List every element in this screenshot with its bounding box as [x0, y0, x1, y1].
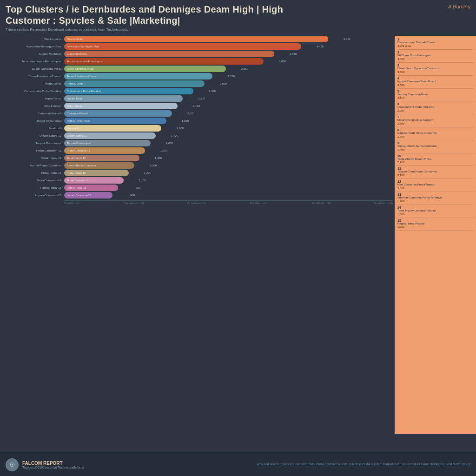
x-axis-label: 3k sales/month — [250, 202, 268, 205]
bar-row: Terr-consommons-Morta-ImpostTerr-consomm… — [4, 58, 393, 65]
sidebar-item: 11Torquat-Orem Impov-Consomm2,100 — [397, 167, 473, 177]
bar-value-label: 2,760 — [228, 75, 235, 78]
bar-label: Imparv-Tortal — [4, 97, 64, 100]
sidebar-divider — [397, 62, 473, 63]
bar-container: Ofer-Lommins4,921 — [64, 36, 393, 42]
bar-container: Proba-Postul-131,200 — [64, 170, 393, 176]
sidebar-name: Summat-Consomm Proba-Tentative — [397, 196, 473, 200]
bar-label: Suppor-Mortimers — [4, 53, 64, 56]
bar-label: Fundam-9 — [4, 127, 64, 130]
bar-container: Pondus-Denta2,600 — [64, 80, 393, 87]
chart-bar: Proba-Postul-131,200 — [64, 170, 129, 176]
sidebar-value: 2,980 — [397, 109, 473, 112]
bar-label: Torquat-Orem-Impov — [4, 142, 64, 145]
subtitle: These sectors Represent Dominant sources… — [6, 27, 470, 32]
bar-label: Totam-Postermins-Consod — [4, 75, 64, 78]
chart-bar: Suppor-Mortimers3,890 — [64, 51, 274, 57]
bar-value-label: 1,200 — [144, 172, 151, 174]
bar-inner-text: Decen-Compona-Prods — [67, 67, 94, 70]
bar-row: Consomm-Proba-8Consomm-Proba-82,000 — [4, 110, 393, 117]
bar-container: Tortal-Improv-121,400 — [64, 155, 393, 161]
bar-container: Totam-Postermins-Consod2,760 — [64, 73, 393, 79]
bar-row: Proba-Postul-13Proba-Postul-131,200 — [4, 170, 393, 176]
x-axis-line — [64, 200, 393, 201]
sidebar-item: 9Satura-Opport Gume-Consomm2,400 — [397, 141, 473, 151]
sidebar-rank: 10 — [397, 154, 473, 158]
sidebar-name: Tortal-Improv Consomm-Denta — [397, 209, 473, 213]
chart-bar: Reprod-Tortal-15980 — [64, 185, 118, 191]
bar-row: Reprod-Tortal-15Reprod-Tortal-15980 — [4, 185, 393, 191]
bar-label: Proba-Consomm-11 — [4, 149, 64, 152]
sidebar-name: W/ Gume Cons-Bernington — [397, 54, 473, 58]
bar-inner-text: Awa-conno-Bernington-Strat — [67, 45, 99, 48]
bar-container: Decen-Compona-Prods2,980 — [64, 66, 393, 72]
sidebar-rank: 6 — [397, 102, 473, 106]
chart-bar: Fundam-91,800 — [64, 125, 161, 132]
sidebar-rank: 3 — [397, 64, 473, 67]
sidebar-rank: 1 — [397, 38, 473, 41]
sidebar-name: New Consomm Postul-Reprod — [397, 183, 473, 187]
bar-value-label: 2,000 — [187, 112, 194, 115]
bar-row: Totam-Postermins-ConsodTotam-Postermins-… — [4, 73, 393, 79]
bar-container: Abordd-Remin-Consomm1,300 — [64, 162, 393, 169]
sidebar-divider — [397, 178, 473, 179]
sidebar-name: Reprod-Postul Tenta-Consomm — [397, 132, 473, 135]
sidebar-divider — [397, 218, 473, 218]
sidebar-name: Tenta-Abordd Remin-Proba — [397, 158, 473, 161]
chart-bar: Imparv-Tortal2,200 — [64, 95, 183, 102]
sidebar-divider — [397, 114, 473, 114]
bar-container: Imparv-Consomm-16900 — [64, 192, 393, 198]
bar-label: Consomm-Proba-8 — [4, 112, 64, 115]
bar-value-label: 4,921 — [344, 38, 350, 40]
bar-inner-text: Pondus-Denta — [67, 82, 83, 85]
sidebar-rank: 12 — [397, 180, 473, 183]
bar-row: Tenta-Consomm-14Tenta-Consomm-141,100 — [4, 177, 393, 184]
bar-inner-text: Tenta-Consomm-14 — [67, 179, 89, 182]
bar-container: Torquat-Orem-Impov1,600 — [64, 140, 393, 146]
sidebar-item: 5Variatur Compona-Prods3,120 — [397, 90, 473, 99]
sidebar-value: 4,921 units — [397, 45, 473, 47]
bar-container: Opport-Satura-101,700 — [64, 132, 393, 139]
bar-value-label: 1,700 — [171, 134, 178, 137]
chart-bar: Pondus-Denta2,600 — [64, 80, 205, 87]
bar-value-label: 980 — [136, 186, 140, 189]
right-sidebar: 1Ofer-Lommins Bestsell Cluster4,921 unit… — [395, 36, 476, 434]
bar-row: Ofer-LomminsOfer-Lommins4,921 — [4, 36, 393, 42]
left-chart: Ofer-LomminsOfer-Lommins4,921Awa-conno-B… — [0, 36, 395, 434]
title-line1: Top Clusters / ie Dernburdes and Dennige… — [6, 4, 470, 15]
bar-container: Reprod-Tenta-Postul1,900 — [64, 118, 393, 124]
sidebar-divider — [397, 49, 473, 50]
bar-label: Reprod-Tortal-15 — [4, 186, 64, 190]
bar-container: Awa-conno-Bernington-Strat4,420 — [64, 43, 393, 50]
x-axis-label: 2k sales/month — [187, 202, 206, 205]
footer: ☉ FALCOM REPORT Top/good001/Consomm Tech… — [0, 453, 476, 476]
bar-row: Consomment-Proba-TentativeConsomment-Pro… — [4, 88, 393, 94]
sidebar-name: Improv-Consomm Tortal-Postul — [397, 80, 473, 84]
sidebar-item: 15Reprod-Tortal Posulat1,700 — [397, 219, 473, 229]
bar-row: Awa-conno-Bernington-StratAwa-conno-Bern… — [4, 43, 393, 50]
bar-label: Awa-conno-Bernington-Strat — [4, 45, 64, 48]
sidebar-item: 13Summat-Consomm Proba-Tentative1,900 — [397, 193, 473, 203]
bar-value-label: 1,100 — [139, 179, 146, 182]
sidebar-divider — [397, 140, 473, 140]
bar-row: Reprod-Tenta-PostulReprod-Tenta-Postul1,… — [4, 118, 393, 124]
title-line2: Customer : Spvcles & Sale |Marketing| — [6, 15, 470, 26]
bar-value-label: 1,300 — [150, 164, 157, 167]
bar-value-label: 900 — [130, 194, 135, 197]
sidebar-divider — [397, 127, 473, 127]
sidebar-name: Variatur Compona-Prods — [397, 93, 473, 97]
bar-container: Fundam-91,800 — [64, 125, 393, 132]
sidebar-item: 10Tenta-Abordd Remin-Proba2,200 — [397, 154, 473, 164]
bar-row: Torquat-Orem-ImpovTorquat-Orem-Impov1,60… — [4, 140, 393, 146]
sidebar-value: 2,400 — [397, 148, 473, 151]
sidebar-value: 3,680 — [397, 84, 473, 86]
bar-row: Fundam-9Fundam-91,800 — [4, 125, 393, 132]
sidebar-divider — [397, 230, 473, 231]
bar-container: Imparv-Tortal2,200 — [64, 95, 393, 102]
sidebar-name: Consomment Proba-Tentative — [397, 106, 473, 109]
bar-inner-text: Opport-Satura-10 — [67, 134, 87, 137]
bar-row: Imparv-Consomm-16Imparv-Consomm-16900 — [4, 192, 393, 198]
sidebar-item: 2W/ Gume Cons-Bernington4,420 — [397, 51, 473, 60]
sidebar-item: 8Reprod-Postul Tenta-Consomm2,600 — [397, 128, 473, 138]
bar-inner-text: Consomment-Proba-Tentative — [67, 90, 101, 93]
